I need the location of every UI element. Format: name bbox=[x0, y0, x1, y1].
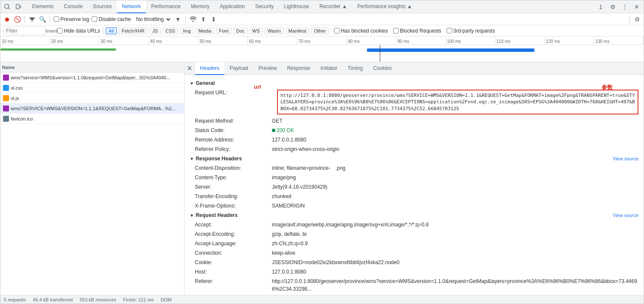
preserve-log-label[interactable]: Preserve log bbox=[54, 16, 89, 22]
timeline-tracks bbox=[0, 45, 644, 62]
response-headers-view-source[interactable]: View source bbox=[613, 156, 638, 161]
has-blocked-cookies-cb[interactable] bbox=[334, 28, 340, 33]
tab-application[interactable]: Application bbox=[215, 0, 250, 13]
record-icon[interactable]: ⏺ bbox=[3, 15, 11, 23]
separator-1 bbox=[24, 16, 25, 23]
host-row: Host: 127.0.0.1:8080 bbox=[190, 267, 638, 277]
list-item[interactable]: ol.js bbox=[0, 93, 184, 103]
tab-console[interactable]: Console bbox=[59, 0, 88, 13]
filter-css[interactable]: CSS bbox=[163, 27, 179, 34]
accept-label: Accept: bbox=[195, 221, 272, 229]
export-icon[interactable]: ⬇ bbox=[210, 15, 218, 23]
more-options-icon[interactable]: ⋮ bbox=[620, 2, 630, 12]
tab-timing[interactable]: Timing bbox=[343, 62, 368, 75]
filter-manifest[interactable]: Manifest bbox=[286, 27, 310, 34]
tab-recorder[interactable]: Recorder ▲ bbox=[314, 0, 352, 13]
filter-icon[interactable] bbox=[28, 15, 36, 23]
list-item[interactable]: wms?service=WMS&version=1.1.0&request=Ge… bbox=[0, 72, 184, 83]
tab-cookies[interactable]: Cookies bbox=[368, 62, 397, 75]
filter-other[interactable]: Other bbox=[311, 27, 329, 34]
referer-value: http://127.0.0.1:8080/geoserver/province… bbox=[272, 277, 638, 293]
host-value: 127.0.0.1:8080 bbox=[272, 268, 306, 276]
resources-size: 553 kB resources bbox=[80, 297, 116, 302]
tab-perf-insights[interactable]: Performance insights ▲ bbox=[352, 0, 417, 13]
x-frame-options-value: SAMEORIGIN bbox=[272, 202, 305, 210]
disable-cache-label[interactable]: Disable cache bbox=[92, 16, 131, 22]
disable-cache-checkbox[interactable] bbox=[92, 16, 97, 22]
filter-font[interactable]: Font bbox=[216, 27, 232, 34]
tab-initiator[interactable]: Initiator bbox=[315, 62, 342, 75]
tab-sources[interactable]: Sources bbox=[88, 0, 117, 13]
network-settings-icon[interactable]: ⚙ bbox=[633, 15, 641, 23]
hide-data-urls-checkbox[interactable] bbox=[57, 28, 63, 33]
separator-3 bbox=[185, 16, 186, 23]
panel-close-button[interactable]: ✕ bbox=[185, 63, 195, 74]
filter-fetchxhr[interactable]: Fetch/XHR bbox=[119, 27, 148, 34]
import-icon[interactable]: ⬆ bbox=[200, 15, 207, 23]
content-type-row: Content-Type: image/png bbox=[190, 173, 638, 182]
filter-wasm[interactable]: Wasm bbox=[265, 27, 284, 34]
filter-media[interactable]: Media bbox=[196, 27, 215, 34]
filter-js[interactable]: JS bbox=[149, 27, 161, 34]
filter-ws[interactable]: WS bbox=[249, 27, 263, 34]
response-headers-section-header[interactable]: ▼ Response Headers View source bbox=[190, 154, 638, 163]
throttle-select[interactable]: No throttling bbox=[134, 15, 172, 23]
wifi-icon[interactable] bbox=[189, 15, 197, 23]
tab-headers[interactable]: Headers bbox=[195, 62, 224, 75]
mark-120ms: 120 ms bbox=[545, 36, 594, 45]
toolbar-row: ⏺ 🚫 🔍 Preserve log Disable cache No thro… bbox=[0, 13, 644, 25]
preserve-log-text: Preserve log bbox=[60, 16, 89, 22]
tab-response[interactable]: Response bbox=[282, 62, 315, 75]
filter-sep bbox=[103, 27, 103, 34]
track-blue bbox=[367, 48, 534, 52]
content-panels: Name wms?service=WMS&version=1.1.0&reque… bbox=[0, 62, 644, 295]
blocked-requests-label[interactable]: Blocked Requests bbox=[393, 28, 441, 34]
invert-icon[interactable]: Invert bbox=[48, 27, 55, 35]
general-toggle: ▼ bbox=[190, 81, 194, 86]
has-blocked-cookies-label[interactable]: Has blocked cookies bbox=[334, 28, 388, 34]
server-row: Server: Jetty(9.4.18.v20190429) bbox=[190, 182, 638, 192]
tab-lighthouse[interactable]: Lighthouse bbox=[279, 0, 314, 13]
list-item[interactable]: wms?SERVICE=WMS&VERSION=1.1.1&REQUEST=Ge… bbox=[0, 103, 184, 114]
request-headers-section-header[interactable]: ▼ Request Headers View source bbox=[190, 211, 638, 220]
settings-icon[interactable]: ⚙ bbox=[608, 2, 618, 12]
filter-all[interactable]: All bbox=[106, 27, 117, 34]
filter-img[interactable]: Img bbox=[180, 27, 194, 34]
throttle-dropdown-icon[interactable]: ▼ bbox=[174, 15, 182, 23]
search-icon[interactable]: 🔍 bbox=[39, 15, 46, 23]
tab-bar-left-icons bbox=[2, 2, 24, 12]
has-blocked-cookies-text: Has blocked cookies bbox=[341, 28, 388, 34]
device-icon[interactable] bbox=[13, 2, 24, 12]
timeline-bar[interactable]: 10 ms 20 ms 30 ms 40 ms 50 ms 60 ms 70 m… bbox=[0, 36, 644, 62]
general-title: General bbox=[196, 80, 215, 86]
list-item[interactable]: ol.css bbox=[0, 83, 184, 93]
close-devtools-icon[interactable]: ✕ bbox=[632, 2, 642, 12]
referer-row: Referer: http://127.0.0.1:8080/geoserver… bbox=[190, 277, 638, 294]
request-headers-view-source[interactable]: View source bbox=[613, 213, 638, 218]
inspect-icon[interactable] bbox=[2, 2, 12, 12]
connection-label: Connection: bbox=[195, 249, 272, 257]
list-item[interactable]: favicon.ico bbox=[0, 114, 184, 124]
tab-preview[interactable]: Preview bbox=[253, 62, 282, 75]
tab-network[interactable]: Network bbox=[117, 0, 146, 13]
connection-value: keep-alive bbox=[272, 249, 295, 257]
response-headers-toggle: ▼ bbox=[190, 157, 194, 161]
hide-data-urls-label[interactable]: Hide data URLs bbox=[57, 28, 100, 34]
notification-icon[interactable]: 1 bbox=[596, 2, 606, 12]
mark-130ms: 130 ms bbox=[594, 36, 644, 45]
tab-memory[interactable]: Memory bbox=[186, 0, 215, 13]
tab-performance[interactable]: Performance bbox=[146, 0, 186, 13]
third-party-cb[interactable] bbox=[447, 28, 452, 33]
remote-address-row: Remote Address: 127.0.0.1:8080 bbox=[190, 135, 638, 144]
preserve-log-checkbox[interactable] bbox=[54, 16, 59, 22]
third-party-label[interactable]: 3rd-party requests bbox=[447, 28, 495, 34]
tab-elements[interactable]: Elements bbox=[27, 0, 59, 13]
content-disposition-label: Content-Disposition: bbox=[195, 164, 272, 172]
transfer-encoding-value: chunked bbox=[272, 193, 291, 200]
filter-input[interactable] bbox=[3, 27, 46, 35]
filter-doc[interactable]: Doc bbox=[233, 27, 248, 34]
clear-icon[interactable]: 🚫 bbox=[13, 15, 21, 23]
blocked-requests-cb[interactable] bbox=[393, 28, 399, 33]
tab-security[interactable]: Security bbox=[250, 0, 279, 13]
tab-payload[interactable]: Payload bbox=[224, 62, 253, 75]
